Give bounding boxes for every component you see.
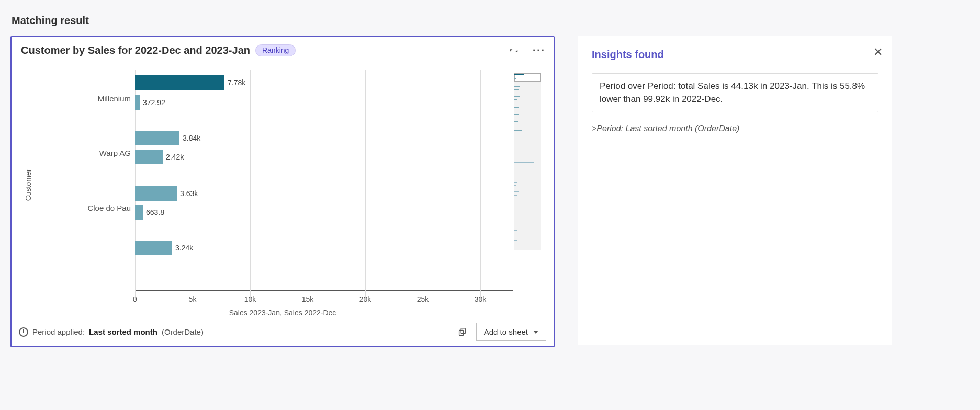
bar-value-label: 3.24k	[175, 244, 193, 252]
ranking-badge: Ranking	[255, 44, 296, 56]
add-to-sheet-label: Add to sheet	[484, 327, 528, 336]
add-to-sheet-button[interactable]: Add to sheet	[476, 323, 546, 341]
section-title: Matching result	[12, 15, 970, 27]
bar-value-label: 2.42k	[166, 153, 184, 161]
copy-icon[interactable]	[457, 327, 467, 337]
close-icon[interactable]: ✕	[873, 45, 883, 59]
chevron-down-icon	[533, 331, 538, 334]
category-label: Cloe do Pau	[87, 203, 131, 212]
x-tick: 5k	[189, 295, 197, 303]
x-tick: 10k	[244, 295, 256, 303]
x-tick: 30k	[475, 295, 487, 303]
bar-series2[interactable]: 3.84k	[135, 131, 179, 145]
period-applied-label: Period applied:	[32, 327, 85, 336]
bar-value-label: 663.8	[146, 208, 164, 217]
more-menu-icon[interactable]: ···	[534, 45, 544, 56]
y-axis-label: Customer	[24, 169, 32, 201]
category-label: Warp AG	[99, 149, 131, 157]
bar-series2[interactable]: 3.63k	[135, 186, 177, 201]
fullscreen-icon[interactable]	[509, 45, 519, 56]
x-tick: 0	[133, 295, 137, 303]
x-tick: 20k	[359, 295, 371, 303]
insight-period-note: >Period: Last sorted month (OrderDate)	[592, 124, 878, 133]
bar-value-label: 3.84k	[183, 134, 200, 142]
bar-value-label: 7.78k	[228, 78, 245, 87]
insights-title: Insights found	[592, 49, 878, 61]
chart-mini-scrollbar[interactable]	[514, 73, 541, 250]
x-tick: 15k	[302, 295, 314, 303]
period-applied-dimension: (OrderDate)	[162, 327, 204, 336]
insight-card[interactable]: Period over Period: total Sales is 44.13…	[592, 73, 878, 112]
bar-series2[interactable]: 372.92	[135, 95, 140, 110]
bar-series1[interactable]: 7.78k	[135, 75, 224, 90]
bar-series2[interactable]: 2.42k	[135, 150, 163, 164]
x-tick: 25k	[417, 295, 429, 303]
insights-panel: ✕ Insights found Period over Period: tot…	[578, 36, 892, 345]
x-axis-label: Sales 2023-Jan, Sales 2022-Dec	[12, 309, 554, 317]
bar-series2[interactable]: 663.8	[135, 205, 143, 220]
category-label: Millenium	[98, 94, 131, 103]
chart-card: Customer by Sales for 2022-Dec and 2023-…	[10, 36, 555, 347]
bar-value-label: 372.92	[143, 98, 165, 107]
plot-area: 7.78k 372.92 3.84k 2.42k	[135, 70, 544, 300]
clock-icon	[19, 327, 28, 337]
chart-title: Customer by Sales for 2022-Dec and 2023-…	[21, 44, 250, 56]
bar-value-label: 3.63k	[180, 189, 198, 198]
period-applied-value: Last sorted month	[89, 327, 157, 336]
category-axis: Millenium Warp AG Cloe do Pau	[36, 70, 135, 300]
bar-series2[interactable]: 3.24k	[135, 241, 172, 255]
